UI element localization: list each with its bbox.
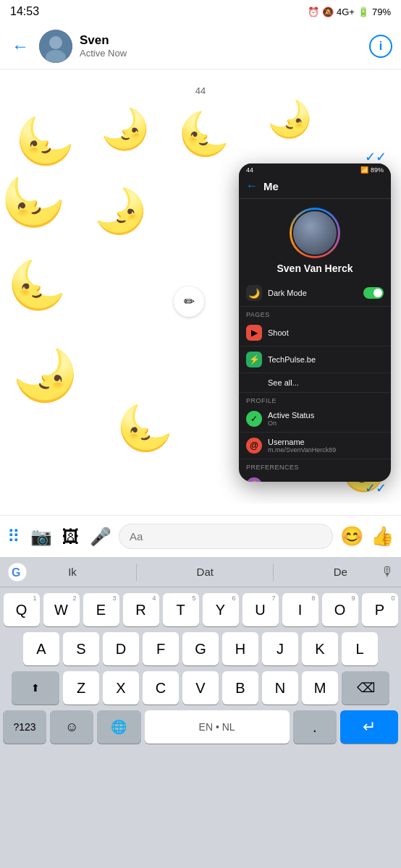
signal-icon: 4G+ bbox=[337, 7, 355, 17]
suggestion-ik[interactable]: Ik bbox=[61, 566, 84, 578]
contact-info: Sven Active Now bbox=[80, 33, 362, 59]
see-all-label: See all... bbox=[246, 378, 384, 387]
dark-mode-label: Dark Mode bbox=[268, 289, 363, 297]
username-icon: @ bbox=[246, 438, 262, 454]
mute-icon: 🔕 bbox=[322, 7, 334, 17]
key-o[interactable]: 9O bbox=[322, 593, 358, 626]
avatar[interactable] bbox=[39, 30, 72, 63]
key-z[interactable]: Z bbox=[63, 671, 99, 705]
key-i[interactable]: 8I bbox=[282, 593, 318, 626]
key-e[interactable]: 3E bbox=[83, 593, 119, 626]
info-icon: i bbox=[379, 40, 382, 53]
techpulse-row[interactable]: ⚡ TechPulse.be bbox=[239, 346, 391, 373]
key-d[interactable]: D bbox=[103, 632, 139, 665]
info-button[interactable]: i bbox=[369, 35, 392, 58]
key-globe[interactable]: 🌐 bbox=[97, 710, 140, 744]
image-icon[interactable]: 🖼 bbox=[62, 527, 80, 547]
key-row-1: 1Q 2W 3E 4R 5T 6Y 7U 8I 9O 0P bbox=[3, 593, 398, 626]
status-bar: 14:53 ⏰ 🔕 4G+ 🔋 79% bbox=[0, 0, 401, 23]
key-b[interactable]: B bbox=[222, 671, 258, 705]
message-input[interactable] bbox=[119, 524, 333, 549]
key-v[interactable]: V bbox=[182, 671, 219, 705]
emoji-moon: 🌛 bbox=[98, 102, 155, 157]
key-j[interactable]: J bbox=[262, 632, 298, 665]
svg-point-1 bbox=[49, 36, 62, 49]
mic-icon[interactable]: 🎤 bbox=[90, 527, 111, 547]
battery-percent: 79% bbox=[372, 7, 391, 17]
key-m[interactable]: M bbox=[302, 671, 338, 705]
keyboard-suggestions: G Ik Dat De 🎙 bbox=[0, 557, 401, 587]
key-c[interactable]: C bbox=[143, 671, 179, 705]
key-period[interactable]: . bbox=[293, 710, 337, 744]
key-g[interactable]: G bbox=[182, 632, 219, 665]
active-status-label: Active Status bbox=[268, 411, 384, 420]
phone-status-bar: 44 📶 89% bbox=[239, 163, 391, 176]
emoji-moon: 🌛 bbox=[263, 93, 318, 145]
like-button[interactable]: 👍 bbox=[371, 525, 394, 548]
keyboard: G Ik Dat De 🎙 1Q 2W 3E 4R 5T 6Y 7U 8I 9O… bbox=[0, 557, 401, 868]
suggestion-de[interactable]: De bbox=[326, 566, 355, 578]
camera-icon[interactable]: 📷 bbox=[30, 527, 52, 547]
key-x[interactable]: X bbox=[103, 671, 139, 705]
username-label: Username bbox=[268, 438, 384, 446]
dark-mode-toggle[interactable] bbox=[363, 287, 384, 299]
contact-name: Sven bbox=[80, 33, 362, 48]
key-r[interactable]: 4R bbox=[123, 593, 159, 626]
key-s[interactable]: S bbox=[63, 632, 99, 665]
emoji-moon: 🌜 bbox=[3, 253, 70, 318]
dark-mode-row[interactable]: 🌙 Dark Mode bbox=[239, 280, 391, 307]
message-timestamp: 44 bbox=[190, 84, 211, 98]
key-l[interactable]: L bbox=[342, 632, 378, 665]
key-k[interactable]: K bbox=[302, 632, 338, 665]
read-receipt-2: ✓✓ bbox=[365, 149, 387, 165]
status-icons: ⏰ 🔕 4G+ 🔋 79% bbox=[308, 7, 391, 17]
phone-header: ← Me bbox=[239, 176, 391, 199]
username-row[interactable]: @ Username m.me/SvenVanHerck89 bbox=[239, 433, 391, 459]
key-n[interactable]: N bbox=[262, 671, 298, 705]
emoji-button[interactable]: 😊 bbox=[340, 525, 363, 548]
dots-grid-icon[interactable]: ⠿ bbox=[7, 527, 20, 547]
key-w[interactable]: 2W bbox=[43, 593, 80, 626]
key-t[interactable]: 5T bbox=[163, 593, 199, 626]
phone-wifi: 📶 bbox=[360, 166, 368, 174]
edit-message-bubble[interactable] bbox=[174, 286, 204, 317]
username-sub: m.me/SvenVanHerck89 bbox=[268, 446, 384, 454]
key-backspace[interactable]: ⌫ bbox=[342, 671, 389, 705]
back-button[interactable]: ← bbox=[9, 33, 32, 59]
key-p[interactable]: 0P bbox=[362, 593, 398, 626]
emoji-moon: 🌜 bbox=[0, 159, 74, 242]
key-h[interactable]: H bbox=[222, 632, 258, 665]
emoji-moon: 🌜 bbox=[110, 396, 177, 460]
pages-section-label: Pages bbox=[239, 307, 391, 320]
active-status-sub: On bbox=[268, 420, 384, 427]
shoot-page-row[interactable]: ▶ Shoot bbox=[239, 320, 391, 346]
key-a[interactable]: A bbox=[23, 632, 59, 665]
suggestion-dat[interactable]: Dat bbox=[190, 566, 221, 578]
key-space[interactable]: EN • NL bbox=[145, 710, 290, 744]
key-row-2: A S D F G H J K L bbox=[3, 632, 398, 665]
voice-mic-icon[interactable]: 🎙 bbox=[381, 564, 394, 579]
key-numbers[interactable]: ?123 bbox=[3, 710, 46, 744]
status-time: 14:53 bbox=[10, 5, 39, 18]
active-status-row[interactable]: ✓ Active Status On bbox=[239, 406, 391, 433]
key-q[interactable]: 1Q bbox=[4, 593, 40, 626]
battery-icon: 🔋 bbox=[358, 7, 369, 17]
key-y[interactable]: 6Y bbox=[203, 593, 239, 626]
shoot-icon: ▶ bbox=[246, 325, 262, 341]
key-u[interactable]: 7U bbox=[242, 593, 279, 626]
suggestion-divider-2 bbox=[273, 563, 274, 581]
key-return[interactable]: ↵ bbox=[340, 710, 398, 744]
key-shift[interactable]: ⬆ bbox=[12, 671, 59, 705]
read-receipt: ✓✓ bbox=[365, 480, 387, 496]
key-emoji[interactable]: ☺ bbox=[50, 710, 93, 744]
phone-time: 44 bbox=[246, 166, 253, 174]
key-f[interactable]: F bbox=[143, 632, 179, 665]
phone-title: Me bbox=[263, 180, 279, 192]
chat-header: ← Sven Active Now i bbox=[0, 23, 401, 69]
prefs-section-label: Preferences bbox=[239, 459, 391, 472]
notifications-row[interactable]: 🔔 Notifications & Sounds bbox=[239, 472, 391, 482]
notif-label: Notifications & Sounds bbox=[268, 481, 384, 482]
see-all-row[interactable]: See all... bbox=[239, 373, 391, 393]
key-row-3: ⬆ Z X C V B N M ⌫ bbox=[3, 671, 398, 705]
techpulse-icon: ⚡ bbox=[246, 352, 262, 367]
